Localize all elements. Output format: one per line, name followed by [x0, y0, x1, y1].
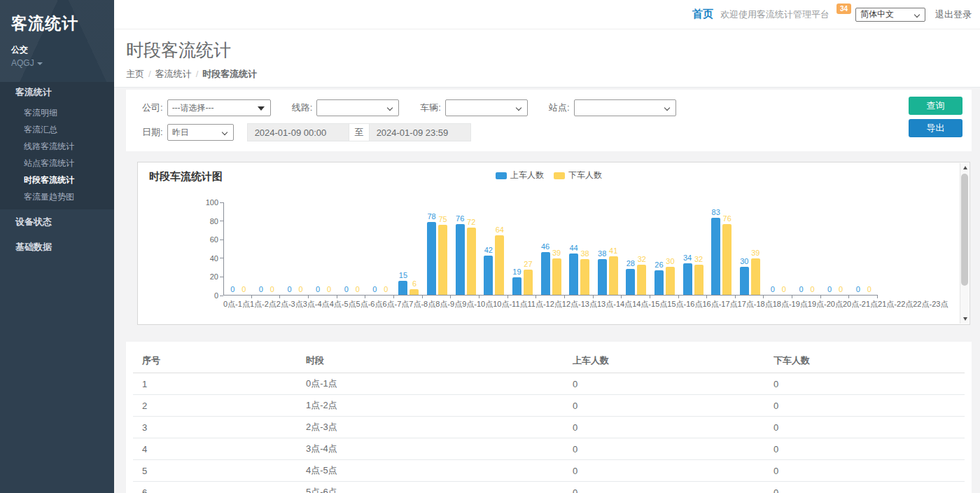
bar-value-label: 83 — [712, 208, 720, 216]
app-title: 客流统计 — [11, 13, 114, 34]
bar-value-label: 0 — [384, 285, 388, 293]
x-axis-label: 22点-23点 — [913, 299, 948, 310]
bar — [552, 258, 561, 295]
breadcrumb-home[interactable]: 主页 — [126, 69, 144, 79]
bar-value-label: 0 — [827, 285, 832, 293]
home-link[interactable]: 首页 — [692, 8, 713, 21]
export-button[interactable]: 导出 — [909, 119, 962, 137]
company-label: 公司: — [142, 102, 163, 114]
sidebar-item-line-stats[interactable]: 线路客流统计 — [0, 138, 114, 155]
x-axis-label: 2点-3点 — [276, 299, 303, 310]
x-axis-label: 4点-5点 — [330, 299, 356, 310]
bar-value-label: 0 — [327, 285, 331, 293]
triangle-down-icon — [258, 106, 265, 111]
bar-group: 3039 — [736, 202, 764, 295]
bar — [722, 224, 732, 295]
bar — [637, 265, 646, 295]
legend-item[interactable]: 上车人数 — [496, 169, 544, 181]
bar-group: 00 — [366, 202, 395, 295]
chart-legend: 上车人数下车人数 — [138, 169, 960, 181]
bar-group: 7672 — [451, 202, 480, 295]
query-button[interactable]: 查询 — [909, 97, 962, 115]
bar-value-label: 44 — [569, 244, 578, 252]
page-title: 时段客流统计 — [126, 39, 980, 62]
chevron-down-icon — [387, 105, 393, 111]
breadcrumb-section[interactable]: 客流统计 — [155, 69, 192, 79]
bar-group: 00 — [821, 202, 850, 295]
period-table: 序号 时段 上车人数 下车人数 10点-1点0021点-2点0032点-3点00… — [133, 349, 965, 493]
chart-vertical-scrollbar[interactable] — [960, 163, 969, 324]
x-axis-label: 14点-15点 — [632, 299, 667, 310]
date-preset-select[interactable]: 昨日 — [167, 124, 234, 141]
bar-value-label: 27 — [524, 260, 532, 268]
filter-panel: 公司: ---请选择--- 线路: 车辆: 站点: 日期: 昨日 2024-01… — [126, 90, 972, 151]
logout-link[interactable]: 退出登录 — [935, 8, 972, 21]
chart-y-axis: 020406080100 — [138, 202, 223, 296]
bar-group: 4639 — [537, 202, 566, 295]
vehicle-label: 车辆: — [420, 102, 441, 114]
table-panel: 序号 时段 上车人数 下车人数 10点-1点0021点-2点0032点-3点00… — [126, 342, 972, 493]
bar — [541, 252, 550, 295]
bar — [609, 256, 618, 295]
sidebar-item-station-stats[interactable]: 站点客流统计 — [0, 155, 114, 172]
legend-item[interactable]: 下车人数 — [554, 169, 602, 181]
x-axis-label: 3点-4点 — [303, 299, 330, 310]
x-axis-label: 11点-12点 — [528, 299, 562, 310]
scroll-up-icon[interactable] — [960, 163, 969, 172]
date-label: 日期: — [142, 126, 163, 139]
sidebar-item-passenger-stats[interactable]: 客流统计 — [0, 82, 114, 103]
bar — [580, 259, 589, 295]
scroll-down-icon[interactable] — [960, 314, 969, 324]
bar-value-label: 0 — [259, 285, 263, 293]
date-from-input[interactable]: 2024-01-09 00:00 — [247, 123, 349, 141]
scrollbar-thumb[interactable] — [961, 174, 968, 286]
bar — [654, 270, 664, 295]
x-axis-label: 12点-13点 — [562, 299, 597, 310]
header-alighting: 下车人数 — [764, 349, 965, 373]
vehicle-select[interactable] — [445, 99, 528, 116]
bar-group: 00 — [849, 202, 878, 295]
y-axis-tick: 60 — [210, 235, 223, 244]
bar-value-label: 0 — [771, 285, 775, 293]
language-select[interactable]: 简体中文 — [855, 8, 925, 22]
bar-value-label: 0 — [344, 285, 349, 293]
station-select[interactable] — [574, 99, 676, 116]
sidebar-item-period-stats[interactable]: 时段客流统计 — [0, 172, 114, 188]
y-axis-tick: 0 — [214, 291, 223, 300]
bar-group: 3432 — [679, 202, 708, 295]
sidebar-item-base-data[interactable]: 基础数据 — [0, 235, 114, 260]
line-select[interactable] — [316, 99, 399, 116]
bar — [751, 258, 760, 295]
org-code-dropdown[interactable]: AQGJ — [11, 58, 114, 68]
bar-group: 00 — [337, 202, 366, 295]
table-row: 65点-6点00 — [133, 482, 965, 493]
x-axis-label: 19点-20点 — [808, 299, 843, 310]
bar-group: 00 — [792, 202, 821, 295]
company-select[interactable]: ---请选择--- — [167, 99, 271, 116]
bar-group: 7875 — [423, 202, 451, 295]
chevron-down-icon — [664, 105, 669, 111]
table-row: 21点-2点00 — [133, 395, 965, 417]
bar-value-label: 72 — [467, 218, 475, 226]
table-row: 10点-1点00 — [133, 373, 965, 395]
bar-value-label: 0 — [810, 285, 814, 293]
x-axis-label: 18点-19点 — [773, 299, 808, 310]
x-axis-label: 9点-10点 — [462, 299, 493, 310]
welcome-text: 欢迎使用客流统计管理平台 — [720, 8, 830, 21]
bar-value-label: 6 — [412, 279, 416, 288]
caret-down-icon — [37, 62, 43, 65]
bar-value-label: 32 — [694, 255, 703, 263]
sidebar-item-passenger-detail[interactable]: 客流明细 — [0, 104, 114, 121]
sidebar-item-trend-chart[interactable]: 客流量趋势图 — [0, 188, 114, 205]
topbar: 首页 欢迎使用客流统计管理平台 34 简体中文 退出登录 — [114, 0, 980, 29]
sidebar-item-passenger-summary[interactable]: 客流汇总 — [0, 121, 114, 138]
chevron-down-icon — [221, 130, 227, 135]
bar-group: 8376 — [707, 202, 736, 295]
bar — [495, 235, 504, 295]
bar-group: 4438 — [565, 202, 594, 295]
date-to-input[interactable]: 2024-01-09 23:59 — [369, 123, 471, 141]
bar — [427, 222, 436, 295]
y-axis-tick: 80 — [210, 217, 223, 225]
sidebar-item-device-status[interactable]: 设备状态 — [0, 209, 114, 235]
header-boarding: 上车人数 — [564, 349, 764, 373]
